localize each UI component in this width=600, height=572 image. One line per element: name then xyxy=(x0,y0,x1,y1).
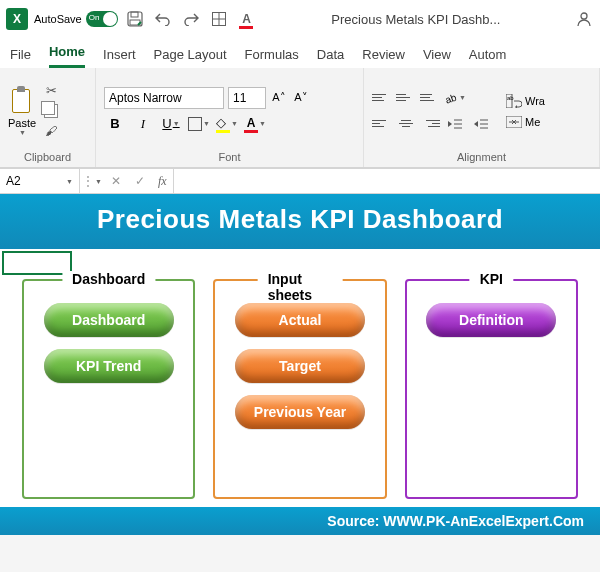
tab-automate[interactable]: Autom xyxy=(469,47,507,68)
wrap-text-icon: ab xyxy=(506,94,522,108)
decrease-indent-icon[interactable] xyxy=(444,113,466,135)
toggle-on-icon[interactable]: On xyxy=(86,11,118,27)
svg-point-6 xyxy=(581,13,587,19)
card-kpi: KPI Definition xyxy=(405,279,578,499)
borders-quick-icon[interactable] xyxy=(208,8,230,30)
document-title: Precious Metals KPI Dashb... xyxy=(264,12,568,27)
tab-page-layout[interactable]: Page Layout xyxy=(154,47,227,68)
cards-row: Dashboard Dashboard KPI Trend Input shee… xyxy=(0,275,600,507)
decrease-font-icon[interactable]: A˅ xyxy=(292,89,310,107)
previous-year-button[interactable]: Previous Year xyxy=(235,395,365,429)
increase-indent-icon[interactable] xyxy=(470,113,492,135)
actual-button[interactable]: Actual xyxy=(235,303,365,337)
group-label-alignment: Alignment xyxy=(372,149,591,165)
card-title: Input sheets xyxy=(258,271,343,303)
tab-formulas[interactable]: Formulas xyxy=(245,47,299,68)
group-label-font: Font xyxy=(104,149,355,165)
paint-bucket-icon xyxy=(216,115,230,133)
paste-label: Paste xyxy=(8,117,36,129)
borders-button[interactable]: ▼ xyxy=(188,113,210,135)
card-title: KPI xyxy=(470,271,513,287)
tab-review[interactable]: Review xyxy=(362,47,405,68)
dashboard-banner: Precious Metals KPI Dashboard xyxy=(0,194,600,249)
copy-icon[interactable] xyxy=(42,103,60,119)
fx-label[interactable]: fx xyxy=(152,174,173,189)
clipboard-icon xyxy=(8,85,36,117)
chevron-down-icon: ▼ xyxy=(19,129,26,136)
orientation-button[interactable]: ab▼ xyxy=(444,87,466,109)
formula-bar: A2 ▼ ⋮▼ ✕ ✓ fx xyxy=(0,168,600,194)
font-color-icon xyxy=(244,115,258,133)
wrap-text-button[interactable]: ab Wra xyxy=(506,94,545,108)
autosave-label: AutoSave xyxy=(34,13,82,25)
merge-center-button[interactable]: Me xyxy=(506,116,545,128)
align-top-icon[interactable] xyxy=(372,90,392,106)
card-title: Dashboard xyxy=(62,271,155,287)
group-alignment: ab▼ ab Wra xyxy=(364,68,600,167)
align-bottom-icon[interactable] xyxy=(420,90,440,106)
target-button[interactable]: Target xyxy=(235,349,365,383)
italic-button[interactable]: I xyxy=(132,113,154,135)
merge-icon xyxy=(506,116,522,128)
bold-button[interactable]: B xyxy=(104,113,126,135)
svg-rect-1 xyxy=(131,12,138,17)
enter-formula-icon[interactable]: ✓ xyxy=(128,169,152,193)
tab-insert[interactable]: Insert xyxy=(103,47,136,68)
font-name-select[interactable] xyxy=(104,87,224,109)
ribbon: Paste ▼ Clipboard A˄ A˅ B I U▼ ▼ xyxy=(0,68,600,168)
font-size-select[interactable] xyxy=(228,87,266,109)
svg-text:ab: ab xyxy=(444,91,458,105)
kpi-trend-button[interactable]: KPI Trend xyxy=(44,349,174,383)
ribbon-tabs: File Home Insert Page Layout Formulas Da… xyxy=(0,38,600,68)
tab-view[interactable]: View xyxy=(423,47,451,68)
align-right-icon[interactable] xyxy=(420,116,440,132)
group-label-clipboard: Clipboard xyxy=(8,149,87,165)
formula-input[interactable] xyxy=(174,169,600,193)
user-icon[interactable] xyxy=(574,9,594,29)
fill-color-button[interactable]: ▼ xyxy=(216,113,238,135)
align-middle-icon[interactable] xyxy=(396,90,416,106)
cancel-formula-icon[interactable]: ✕ xyxy=(104,169,128,193)
tab-file[interactable]: File xyxy=(10,47,31,68)
chevron-down-icon: ▼ xyxy=(66,178,73,185)
title-bar: X AutoSave On Precious Metals KPI Dashb.… xyxy=(0,0,600,38)
autosave-toggle[interactable]: AutoSave On xyxy=(34,11,118,27)
align-center-icon[interactable] xyxy=(396,116,416,132)
source-footer: Source: WWW.PK-AnExcelExpert.Com xyxy=(0,507,600,535)
redo-icon[interactable] xyxy=(180,8,202,30)
paste-button[interactable]: Paste ▼ xyxy=(8,85,36,136)
group-clipboard: Paste ▼ Clipboard xyxy=(0,68,96,167)
name-box[interactable]: A2 ▼ xyxy=(0,169,80,193)
card-dashboard: Dashboard Dashboard KPI Trend xyxy=(22,279,195,499)
fx-dropdown-icon[interactable]: ⋮▼ xyxy=(80,169,104,193)
definition-button[interactable]: Definition xyxy=(426,303,556,337)
undo-icon[interactable] xyxy=(152,8,174,30)
font-color-button[interactable]: ▼ xyxy=(244,113,266,135)
worksheet-area[interactable]: Precious Metals KPI Dashboard Dashboard … xyxy=(0,194,600,535)
save-icon[interactable] xyxy=(124,8,146,30)
increase-font-icon[interactable]: A˄ xyxy=(270,89,288,107)
tab-home[interactable]: Home xyxy=(49,44,85,68)
cut-icon[interactable] xyxy=(42,83,60,99)
card-input-sheets: Input sheets Actual Target Previous Year xyxy=(213,279,386,499)
orientation-icon: ab xyxy=(444,91,458,105)
format-painter-icon[interactable] xyxy=(42,123,60,139)
group-font: A˄ A˅ B I U▼ ▼ ▼ ▼ Font xyxy=(96,68,364,167)
underline-button[interactable]: U▼ xyxy=(160,113,182,135)
tab-data[interactable]: Data xyxy=(317,47,344,68)
excel-logo-icon: X xyxy=(6,8,28,30)
align-left-icon[interactable] xyxy=(372,116,392,132)
border-icon xyxy=(188,117,202,131)
font-color-quick-icon[interactable] xyxy=(236,8,258,30)
dashboard-button[interactable]: Dashboard xyxy=(44,303,174,337)
svg-text:ab: ab xyxy=(507,95,514,101)
